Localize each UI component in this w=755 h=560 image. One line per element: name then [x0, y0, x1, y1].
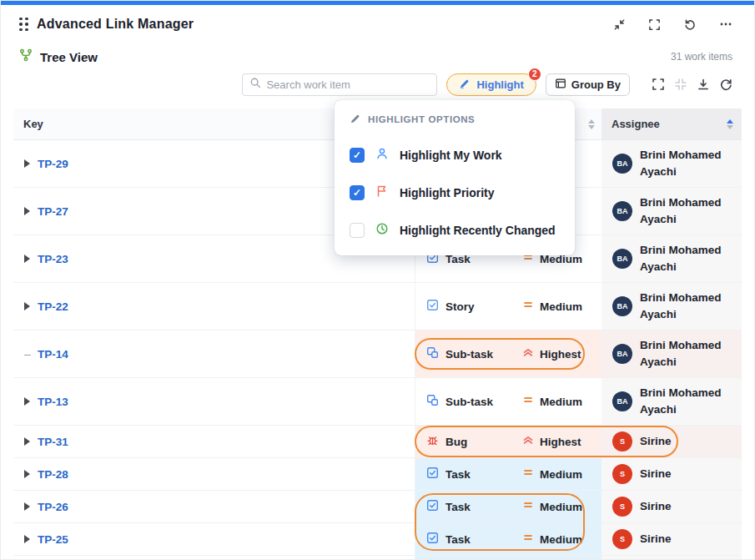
checkbox-checked[interactable]: ✓	[350, 185, 365, 200]
work-item-key[interactable]: TP-31	[38, 436, 68, 448]
leaf-dash-icon: –	[24, 348, 30, 360]
expand-icon[interactable]	[24, 470, 30, 478]
assignee-name: Brini Mohamed Ayachi	[640, 242, 735, 275]
highlight-options-popup: HIGHLIGHT OPTIONS ✓ Highlight My Work ✓ …	[335, 100, 575, 255]
checkbox-checked[interactable]: ✓	[350, 148, 365, 163]
avatar: S	[612, 431, 632, 452]
type-label: Sub-task	[445, 348, 493, 361]
column-header-assignee[interactable]: Assignee	[601, 108, 742, 139]
highlight-button[interactable]: Highlight 2	[446, 73, 536, 96]
collapse-all-icon[interactable]	[674, 78, 687, 91]
group-by-button[interactable]: Group By	[546, 73, 630, 96]
table-row-highlight-mywork[interactable]: TP-25 Task Medium S Sirine	[13, 523, 742, 556]
app-title: Advanced Link Manager	[37, 17, 194, 32]
avatar: BA	[612, 391, 632, 411]
clock-icon	[375, 222, 389, 239]
assignee-header-label: Assignee	[612, 118, 660, 130]
priority-label: Medium	[540, 501, 582, 513]
app-header: Advanced Link Manager	[1, 5, 754, 43]
option-label: Highlight My Work	[400, 149, 502, 162]
work-item-key[interactable]: TP-14	[38, 348, 68, 361]
toolbar: Highlight 2 Group By	[1, 70, 754, 98]
table-row-highlight-priority[interactable]: TP-31 Bug Highest S Sirine	[13, 426, 742, 458]
table-row[interactable]: TP-22 Story Medium BA Brini Mohamed Ayac…	[13, 283, 742, 330]
work-item-key[interactable]: TP-29	[38, 158, 68, 170]
avatar: BA	[612, 344, 632, 364]
option-highlight-recently-changed[interactable]: Highlight Recently Changed	[350, 222, 560, 239]
expand-icon[interactable]	[24, 302, 30, 310]
group-by-icon	[555, 78, 566, 92]
expand-icon[interactable]	[24, 535, 30, 543]
work-item-key[interactable]: TP-28	[38, 468, 68, 481]
assignee-name: Brini Mohamed Ayachi	[640, 194, 735, 227]
expand-icon[interactable]	[24, 255, 30, 263]
avatar: BA	[612, 201, 632, 221]
option-label: Highlight Priority	[400, 186, 495, 199]
priority-medium-icon	[522, 467, 534, 482]
option-highlight-my-work[interactable]: ✓ Highlight My Work	[350, 147, 560, 164]
expand-all-icon[interactable]	[652, 78, 665, 91]
type-label: Bug	[445, 436, 467, 448]
type-label: Task	[445, 468, 471, 481]
checkbox-unchecked[interactable]	[350, 223, 365, 238]
more-options-icon[interactable]	[719, 18, 732, 31]
avatar: BA	[612, 249, 632, 269]
assignee-name: Sirine	[640, 498, 672, 515]
fullscreen-icon[interactable]	[648, 18, 661, 31]
work-item-key[interactable]: TP-25	[38, 533, 68, 546]
priority-label: Medium	[540, 468, 582, 481]
avatar: BA	[612, 154, 632, 174]
priority-highest-icon	[522, 434, 534, 449]
work-item-key[interactable]: TP-13	[38, 396, 68, 408]
assignee-name: Brini Mohamed Ayachi	[640, 385, 735, 417]
sort-icon-assignee[interactable]	[727, 119, 733, 129]
assignee-name: Sirine	[640, 466, 672, 482]
priority-highest-icon	[522, 346, 534, 361]
export-download-icon[interactable]	[697, 78, 710, 91]
tree-view-icon	[19, 48, 33, 65]
work-item-key[interactable]: TP-23	[38, 253, 68, 265]
search-input[interactable]	[266, 78, 430, 91]
bug-type-icon	[426, 434, 439, 450]
minimize-icon[interactable]	[613, 18, 626, 31]
search-box[interactable]	[242, 73, 437, 96]
table-row-highlight-mywork[interactable]: TP-28 Task Medium S Sirine	[13, 458, 742, 491]
type-label: Task	[445, 501, 471, 513]
work-item-key[interactable]: TP-26	[38, 501, 68, 513]
highlighter-icon	[350, 113, 361, 126]
avatar: S	[612, 497, 632, 517]
subtask-type-icon	[426, 394, 439, 410]
table-row-partial	[13, 556, 742, 560]
avatar: S	[612, 529, 632, 549]
group-by-label: Group By	[571, 78, 621, 91]
assignee-name: Sirine	[640, 433, 672, 450]
type-label: Task	[445, 533, 471, 546]
table-row-highlight-priority[interactable]: – TP-14 Sub-task Highest BA Brini Mohame…	[13, 330, 742, 378]
drag-handle-icon[interactable]	[19, 18, 28, 32]
expand-icon[interactable]	[24, 437, 30, 446]
option-highlight-priority[interactable]: ✓ Highlight Priority	[350, 184, 560, 201]
priority-label: Highest	[540, 348, 581, 361]
type-label: Sub-task	[445, 396, 493, 408]
highlight-button-label: Highlight	[476, 78, 523, 91]
table-row[interactable]: TP-13 Sub-task Medium BA Brini Mohamed A…	[13, 378, 742, 426]
priority-medium-icon	[522, 532, 534, 547]
person-icon	[375, 147, 389, 164]
option-label: Highlight Recently Changed	[400, 224, 556, 237]
expand-icon[interactable]	[24, 159, 30, 168]
assignee-name: Brini Mohamed Ayachi	[640, 290, 735, 322]
expand-icon[interactable]	[24, 207, 30, 215]
highlight-count-badge: 2	[528, 68, 541, 81]
refresh-icon[interactable]	[719, 78, 732, 91]
task-type-icon	[426, 532, 439, 547]
work-item-key[interactable]: TP-27	[38, 205, 68, 218]
assignee-name: Brini Mohamed Ayachi	[640, 147, 735, 179]
reset-icon[interactable]	[683, 18, 697, 31]
sort-icon[interactable]	[588, 119, 595, 129]
advanced-link-manager-panel: Advanced Link Manager	[0, 0, 755, 560]
expand-icon[interactable]	[24, 397, 30, 406]
work-items-count: 31 work items	[671, 51, 732, 63]
work-item-key[interactable]: TP-22	[38, 300, 68, 313]
expand-icon[interactable]	[24, 502, 30, 511]
table-row-highlight-mywork[interactable]: TP-26 Task Medium S Sirine	[13, 491, 742, 523]
